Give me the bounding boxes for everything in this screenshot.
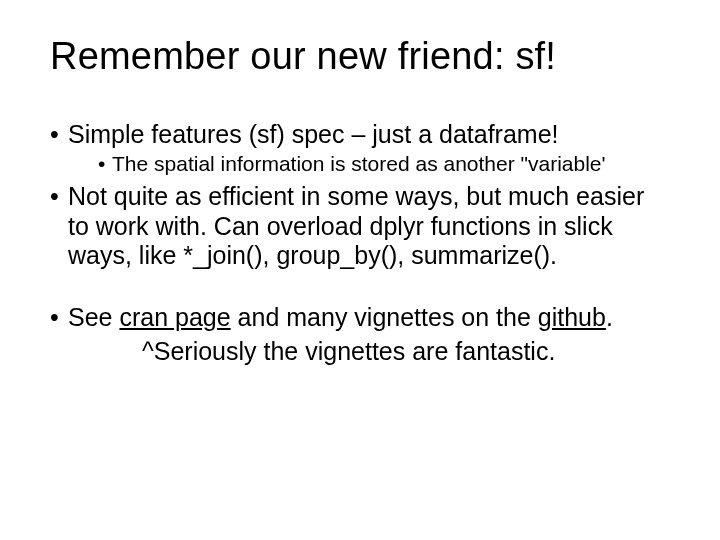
bullet-text-pre: See xyxy=(68,303,119,331)
bullet-item-3: See cran page and many vignettes on the … xyxy=(50,303,670,333)
bullet-item-1: Simple features (sf) spec – just a dataf… xyxy=(50,120,670,177)
bullet-text-post: . xyxy=(606,303,613,331)
sub-bullet-item: The spatial information is stored as ano… xyxy=(98,151,670,176)
spacer xyxy=(50,275,670,303)
bullet-text: Simple features (sf) spec – just a dataf… xyxy=(68,120,559,148)
slide: Remember our new friend: sf! Simple feat… xyxy=(0,0,720,540)
bullet-tail-line: ^Seriously the vignettes are fantastic. xyxy=(50,336,670,366)
bullet-text-mid: and many vignettes on the xyxy=(231,303,538,331)
link-github[interactable]: github xyxy=(538,303,606,331)
bullet-item-2: Not quite as efficient in some ways, but… xyxy=(50,182,670,271)
bullet-list-2: See cran page and many vignettes on the … xyxy=(50,303,670,333)
bullet-list: Simple features (sf) spec – just a dataf… xyxy=(50,120,670,271)
slide-title: Remember our new friend: sf! xyxy=(50,36,670,78)
bullet-text: Not quite as efficient in some ways, but… xyxy=(68,182,644,269)
sub-bullet-list: The spatial information is stored as ano… xyxy=(68,151,670,176)
sub-bullet-text: The spatial information is stored as ano… xyxy=(112,152,606,175)
link-cran-page[interactable]: cran page xyxy=(119,303,230,331)
